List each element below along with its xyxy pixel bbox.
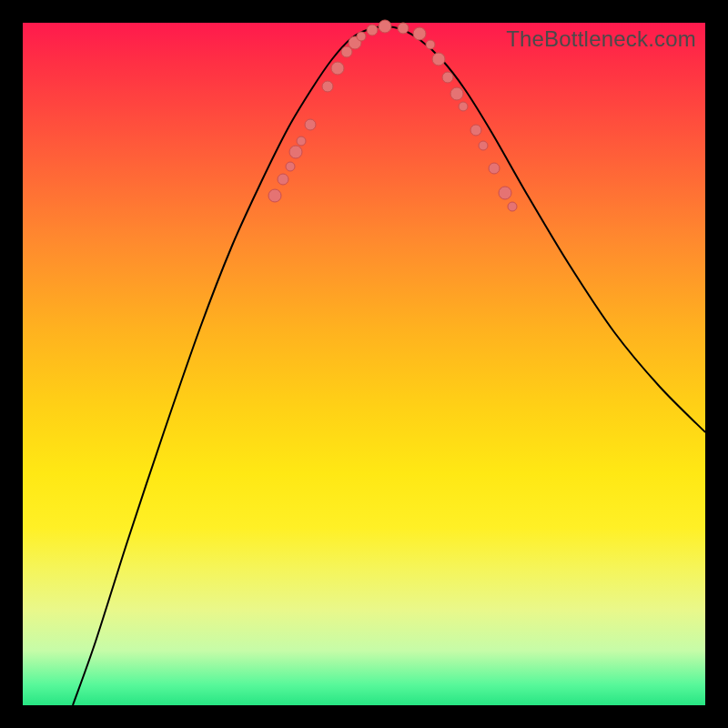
- data-dot: [432, 53, 445, 66]
- data-dot: [489, 163, 500, 174]
- data-dot: [268, 189, 281, 202]
- data-dot: [426, 40, 435, 49]
- data-dot: [278, 174, 288, 185]
- data-dot: [331, 62, 344, 75]
- data-dot: [286, 162, 295, 171]
- data-dot: [470, 125, 481, 136]
- data-dot: [379, 20, 391, 33]
- chart-frame: TheBottleneck.com: [23, 23, 705, 705]
- data-dot: [450, 87, 463, 100]
- data-dot: [367, 25, 378, 35]
- chart-svg: [23, 23, 705, 705]
- data-dot: [398, 23, 409, 34]
- data-dot: [297, 136, 306, 146]
- data-dots: [268, 20, 517, 211]
- data-dot: [499, 187, 511, 199]
- data-dot: [413, 27, 426, 40]
- data-dot: [357, 32, 366, 41]
- data-dot: [479, 141, 488, 150]
- data-dot: [289, 146, 302, 158]
- bottleneck-curve: [73, 26, 705, 705]
- data-dot: [305, 119, 316, 130]
- data-dot: [341, 46, 352, 57]
- data-dot: [322, 81, 333, 92]
- data-dot: [508, 202, 517, 211]
- data-dot: [442, 72, 453, 83]
- data-dot: [459, 102, 468, 111]
